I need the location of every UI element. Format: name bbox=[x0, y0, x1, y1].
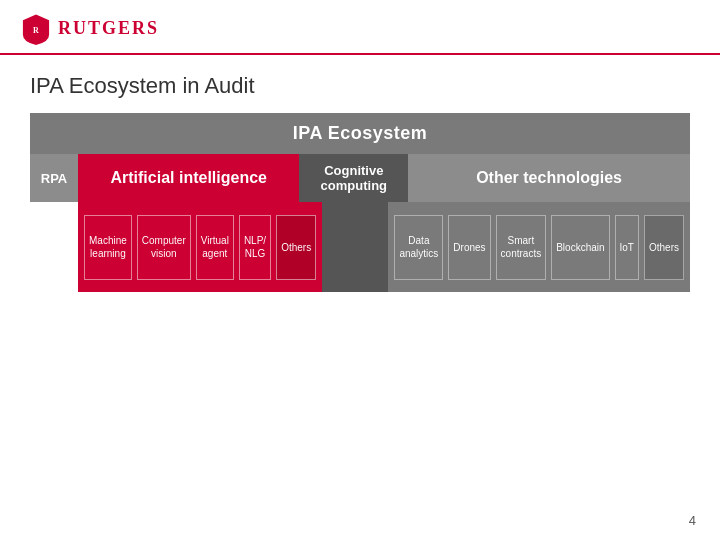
ai-sub-machine-learning: Machine learning bbox=[84, 215, 132, 280]
cognitive-spacer bbox=[322, 202, 388, 292]
page-title-area: IPA Ecosystem in Audit bbox=[0, 55, 720, 113]
other-sub-blockchain: Blockchain bbox=[551, 215, 609, 280]
category-row: RPA Artificial intelligence Cognitive co… bbox=[30, 154, 690, 202]
ai-category: Artificial intelligence bbox=[78, 154, 299, 202]
subcategory-row: Machine learning Computer vision Virtual… bbox=[30, 202, 690, 292]
rutgers-shield-icon: R bbox=[20, 13, 52, 45]
other-tech-sub-area: Data analytics Drones Smart contracts Bl… bbox=[388, 202, 690, 292]
ai-sub-computer-vision: Computer vision bbox=[137, 215, 191, 280]
rutgers-logo: R RUTGERS bbox=[20, 13, 159, 45]
header: R RUTGERS bbox=[0, 0, 720, 55]
ai-sub-nlp-nlg: NLP/ NLG bbox=[239, 215, 271, 280]
other-sub-smart-contracts: Smart contracts bbox=[496, 215, 547, 280]
other-sub-drones: Drones bbox=[448, 215, 490, 280]
other-sub-iot: IoT bbox=[615, 215, 639, 280]
rpa-spacer bbox=[30, 202, 78, 292]
rpa-category: RPA bbox=[30, 154, 78, 202]
ai-sub-virtual-agent: Virtual agent bbox=[196, 215, 234, 280]
ipa-ecosystem-banner: IPA Ecosystem bbox=[30, 113, 690, 154]
cognitive-category: Cognitive computing bbox=[299, 154, 408, 202]
page-number: 4 bbox=[689, 513, 696, 528]
svg-text:R: R bbox=[33, 26, 39, 35]
rutgers-logo-text: RUTGERS bbox=[58, 18, 159, 39]
diagram-container: IPA Ecosystem RPA Artificial intelligenc… bbox=[30, 113, 690, 292]
ai-sub-others: Others bbox=[276, 215, 316, 280]
ai-sub-area: Machine learning Computer vision Virtual… bbox=[78, 202, 322, 292]
other-sub-data-analytics: Data analytics bbox=[394, 215, 443, 280]
other-sub-others: Others bbox=[644, 215, 684, 280]
page-title: IPA Ecosystem in Audit bbox=[30, 73, 690, 99]
other-tech-category: Other technologies bbox=[408, 154, 690, 202]
